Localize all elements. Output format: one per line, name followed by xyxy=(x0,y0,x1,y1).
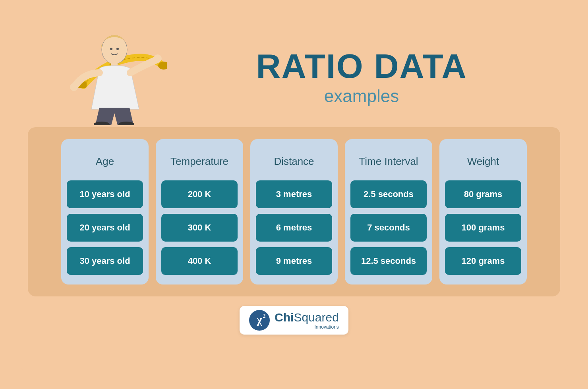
logo-icon: χ 2 xyxy=(249,310,270,331)
logo-brand-bold: Chi xyxy=(275,311,294,324)
column-0: Age10 years old20 years old30 years old xyxy=(61,139,149,284)
logo-box: χ 2 ChiSquared Innovations xyxy=(240,306,348,335)
col-header-0: Age xyxy=(96,147,114,175)
svg-point-6 xyxy=(70,83,78,91)
col-header-1: Temperature xyxy=(170,147,228,175)
col-header-2: Distance xyxy=(274,147,314,175)
column-4: Weight80 grams100 grams120 grams xyxy=(439,139,527,284)
svg-text:χ: χ xyxy=(257,314,263,326)
page-container: RATIO DATA examples Age10 years old20 ye… xyxy=(20,16,568,374)
col-header-4: Weight xyxy=(467,147,499,175)
columns-wrapper: Age10 years old20 years old30 years oldT… xyxy=(44,139,544,284)
data-cell-4-1: 100 grams xyxy=(445,214,521,242)
data-cell-3-1: 7 seconds xyxy=(350,214,427,242)
data-cell-2-2: 9 metres xyxy=(256,247,332,275)
sub-title: examples xyxy=(179,86,544,106)
logo-text: ChiSquared Innovations xyxy=(275,311,339,330)
data-cell-1-0: 200 K xyxy=(161,180,238,208)
column-2: Distance3 metres6 metres9 metres xyxy=(250,139,338,284)
svg-point-4 xyxy=(116,48,119,50)
logo-sub: Innovations xyxy=(275,324,339,330)
person-illustration xyxy=(56,30,167,125)
footer: χ 2 ChiSquared Innovations xyxy=(20,306,568,335)
data-cell-0-2: 30 years old xyxy=(67,247,143,275)
title-area: RATIO DATA examples xyxy=(179,41,544,106)
top-section: RATIO DATA examples xyxy=(20,16,568,127)
data-cell-4-0: 80 grams xyxy=(445,180,521,208)
data-cell-1-2: 400 K xyxy=(161,247,238,275)
content-section: Age10 years old20 years old30 years oldT… xyxy=(28,127,560,296)
data-cell-3-2: 12.5 seconds xyxy=(350,247,427,275)
data-cell-4-2: 120 grams xyxy=(445,247,521,275)
data-cell-3-0: 2.5 seconds xyxy=(350,180,427,208)
figure-area xyxy=(44,22,179,125)
column-3: Time Interval2.5 seconds7 seconds12.5 se… xyxy=(345,139,432,284)
svg-text:2: 2 xyxy=(263,313,266,319)
data-cell-2-0: 3 metres xyxy=(256,180,332,208)
column-1: Temperature200 K300 K400 K xyxy=(156,139,243,284)
logo-brand-regular: Squared xyxy=(294,311,338,324)
data-cell-1-1: 300 K xyxy=(161,214,238,242)
col-header-3: Time Interval xyxy=(359,147,418,175)
svg-point-3 xyxy=(110,48,112,50)
data-cell-0-1: 20 years old xyxy=(67,214,143,242)
data-cell-2-1: 6 metres xyxy=(256,214,332,242)
data-cell-0-0: 10 years old xyxy=(67,180,143,208)
svg-point-7 xyxy=(154,54,162,62)
main-title: RATIO DATA xyxy=(179,49,544,83)
